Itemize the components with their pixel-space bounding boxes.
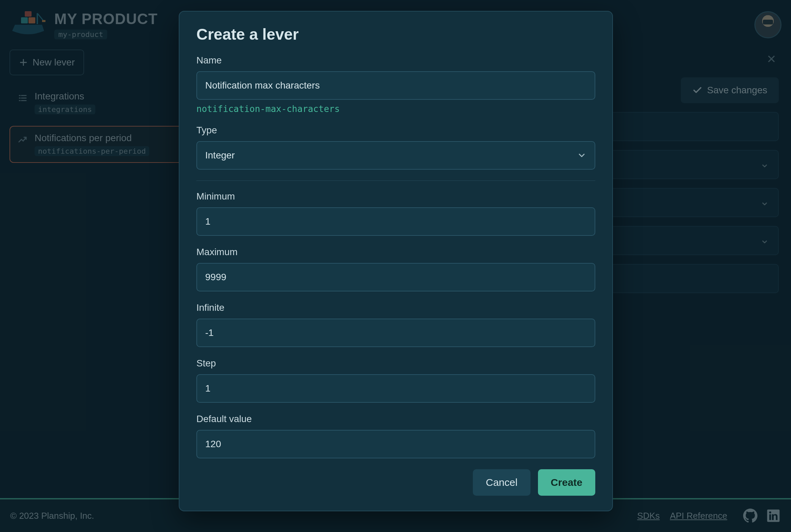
maximum-label: Maximum [196,247,595,258]
cancel-button[interactable]: Cancel [473,469,530,496]
maximum-input[interactable] [196,263,595,291]
chevron-down-icon [577,151,586,160]
type-value: Integer [205,150,235,161]
type-select[interactable]: Integer [196,141,595,170]
create-lever-modal: Create a lever Name notification-max-cha… [179,11,613,511]
type-label: Type [196,125,595,136]
infinite-input[interactable] [196,319,595,347]
name-input[interactable] [196,71,595,100]
step-input[interactable] [196,374,595,403]
step-label: Step [196,358,595,369]
default-value-input[interactable] [196,430,595,458]
name-label: Name [196,55,595,66]
minimum-input[interactable] [196,207,595,236]
infinite-label: Infinite [196,302,595,313]
minimum-label: Minimum [196,191,595,202]
default-value-label: Default value [196,414,595,424]
name-slug: notification-max-characters [196,104,595,114]
create-button[interactable]: Create [538,469,595,496]
modal-title: Create a lever [196,25,595,43]
